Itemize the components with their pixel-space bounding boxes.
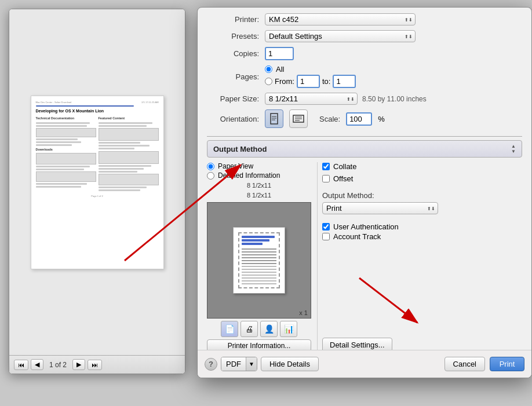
paper-size-row: Paper Size: 8 1/2x11 8.50 by 11.00 inche… bbox=[207, 93, 522, 105]
copies-input[interactable]: 1 bbox=[265, 47, 294, 60]
pdf-button[interactable]: PDF bbox=[221, 357, 246, 371]
paper-size-description: 8.50 by 11.00 inches bbox=[362, 95, 427, 103]
presets-select-wrapper[interactable]: Default Settings bbox=[265, 30, 416, 42]
help-button[interactable]: ? bbox=[205, 358, 217, 371]
paper-size-control: 8 1/2x11 8.50 by 11.00 inches bbox=[265, 93, 522, 105]
pdf-group[interactable]: PDF ▼ bbox=[221, 357, 257, 371]
hide-details-button[interactable]: Hide Details bbox=[261, 357, 319, 371]
presets-row: Presets: Default Settings bbox=[207, 30, 522, 42]
document-preview-content: Mac Dev Center - Safari Download 2/1 17:… bbox=[9, 9, 185, 355]
output-method-select-wrapper[interactable]: Print bbox=[322, 202, 438, 214]
nav-first-button[interactable]: ⏮ bbox=[14, 360, 28, 370]
pdf-dropdown-button[interactable]: ▼ bbox=[246, 357, 257, 371]
document-page-content: Mac Dev Center - Safari Download 2/1 17:… bbox=[36, 101, 159, 198]
all-pages-radio[interactable] bbox=[265, 65, 272, 73]
printer-label: Printer: bbox=[207, 15, 259, 24]
preview-text-block bbox=[242, 248, 276, 265]
footer-left: ? PDF ▼ Hide Details bbox=[205, 357, 319, 371]
output-method-bar[interactable]: Output Method ▲ ▼ bbox=[207, 140, 522, 158]
all-pages-row: All bbox=[265, 65, 356, 74]
preview-line-3 bbox=[242, 243, 263, 245]
pages-options: All From: 1 to: 1 bbox=[265, 65, 356, 88]
nav-last-button[interactable]: ⏭ bbox=[88, 360, 102, 370]
preview-size-top: 8 1/2x11 bbox=[207, 182, 311, 189]
printer-row: Printer: KM c452 bbox=[207, 13, 522, 25]
preview-toolbar: ⏮ ◀ 1 of 2 ▶ ⏭ bbox=[9, 355, 185, 374]
action-buttons: Detail Settings... bbox=[322, 327, 522, 352]
lower-section: Paper View Detailed Information 8 1/2x11… bbox=[207, 162, 522, 352]
to-input[interactable]: 1 bbox=[333, 75, 356, 88]
nav-next-button[interactable]: ▶ bbox=[72, 359, 85, 370]
page-indicator: 1 of 2 bbox=[46, 361, 70, 369]
collate-label: Collate bbox=[333, 162, 356, 171]
preview-box: x 1 bbox=[207, 202, 311, 319]
detailed-info-radio[interactable] bbox=[207, 172, 214, 180]
scale-unit: % bbox=[378, 115, 385, 123]
cancel-button[interactable]: Cancel bbox=[444, 357, 485, 371]
collate-row: Collate bbox=[322, 162, 522, 171]
account-track-checkbox[interactable] bbox=[322, 233, 330, 240]
landscape-button[interactable] bbox=[289, 109, 308, 128]
nav-prev-button[interactable]: ◀ bbox=[31, 359, 43, 370]
preview-text-lines bbox=[242, 266, 276, 285]
paper-size-select[interactable]: 8 1/2x11 bbox=[265, 93, 358, 105]
paper-size-select-wrapper[interactable]: 8 1/2x11 bbox=[265, 93, 358, 105]
copies-label: Copies: bbox=[207, 49, 259, 58]
output-method-section: Output Method: Print bbox=[322, 191, 522, 214]
preview-paper-inner bbox=[238, 232, 280, 288]
preview-size-bottom: 8 1/2x11 bbox=[207, 192, 311, 199]
output-method-stepper[interactable]: ▲ ▼ bbox=[511, 144, 516, 154]
user-auth-row: User Authentication bbox=[322, 222, 522, 231]
presets-label: Presets: bbox=[207, 32, 259, 41]
document-page: Mac Dev Center - Safari Download 2/1 17:… bbox=[31, 96, 164, 269]
svg-rect-0 bbox=[271, 114, 278, 124]
options-panel: Collate Offset Output Method: Print bbox=[317, 162, 522, 352]
paper-size-label: Paper Size: bbox=[207, 94, 259, 103]
printer-select[interactable]: KM c452 bbox=[265, 13, 416, 25]
detailed-info-label: Detailed Information bbox=[218, 171, 280, 180]
preview-icon-4[interactable]: 📊 bbox=[280, 321, 297, 337]
preview-icon-1[interactable]: 📄 bbox=[221, 321, 238, 337]
scale-input[interactable]: 100 bbox=[346, 112, 372, 126]
divider-1 bbox=[207, 136, 522, 137]
user-auth-checkbox[interactable] bbox=[322, 223, 330, 231]
preview-line-1 bbox=[242, 236, 275, 238]
preview-options: Paper View Detailed Information bbox=[207, 162, 311, 180]
account-track-row: Account Track bbox=[322, 232, 522, 241]
user-auth-label: User Authentication bbox=[333, 222, 399, 231]
orientation-label: Orientation: bbox=[207, 115, 259, 123]
output-method-select[interactable]: Print bbox=[322, 202, 438, 214]
doc-title: Developing for OS X Mountain Lion bbox=[36, 108, 159, 114]
to-label: to: bbox=[322, 77, 330, 86]
printer-select-wrapper[interactable]: KM c452 bbox=[265, 13, 416, 25]
dialog-body: Printer: KM c452 Presets: Default Settin… bbox=[198, 8, 531, 358]
offset-label: Offset bbox=[333, 174, 353, 183]
preview-icon-3[interactable]: 👤 bbox=[260, 321, 278, 337]
all-pages-label: All bbox=[276, 65, 284, 74]
from-input[interactable]: 1 bbox=[297, 75, 320, 88]
preview-icon-2[interactable]: 🖨 bbox=[241, 321, 258, 337]
auth-section: User Authentication Account Track bbox=[322, 222, 522, 242]
orientation-row: Orientation: Scale: 100 % bbox=[207, 109, 522, 128]
from-to-radio[interactable] bbox=[265, 78, 272, 85]
offset-checkbox[interactable] bbox=[322, 175, 330, 182]
output-method-bar-label: Output Method bbox=[213, 145, 511, 153]
scale-label: Scale: bbox=[319, 115, 340, 123]
presets-select[interactable]: Default Settings bbox=[265, 30, 416, 42]
portrait-button[interactable] bbox=[265, 109, 283, 128]
presets-control: Default Settings bbox=[265, 30, 416, 42]
collate-checkbox[interactable] bbox=[322, 163, 330, 170]
pages-label: Pages: bbox=[207, 72, 259, 81]
preview-paper bbox=[233, 227, 285, 294]
preview-line-2 bbox=[242, 239, 269, 242]
account-track-label: Account Track bbox=[333, 232, 381, 241]
printer-control: KM c452 bbox=[265, 13, 416, 25]
output-method-option-label: Output Method: bbox=[322, 191, 522, 200]
paper-view-radio[interactable] bbox=[207, 163, 214, 170]
preview-panel: Paper View Detailed Information 8 1/2x11… bbox=[207, 162, 311, 352]
detailed-info-row: Detailed Information bbox=[207, 171, 311, 180]
preview-count: x 1 bbox=[299, 309, 308, 316]
print-button[interactable]: Print bbox=[490, 357, 524, 371]
from-label: From: bbox=[275, 77, 294, 86]
offset-row: Offset bbox=[322, 174, 522, 183]
